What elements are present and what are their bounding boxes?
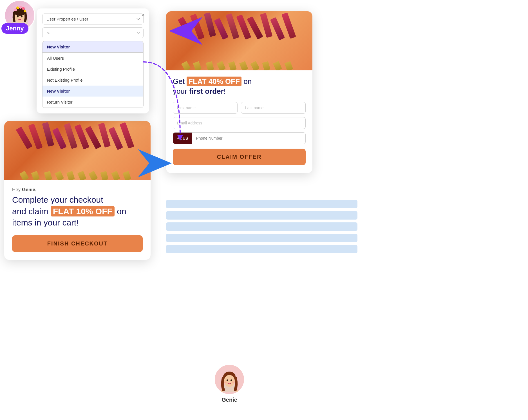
purple-solid-arrow (169, 17, 203, 45)
svg-point-7 (22, 7, 25, 10)
svg-rect-23 (166, 211, 357, 220)
visitor-dropdown-list: New Visitor All Users Existing Profile N… (42, 41, 144, 108)
svg-point-8 (24, 10, 26, 12)
svg-point-18 (227, 379, 228, 381)
svg-rect-24 (166, 222, 357, 231)
svg-point-21 (232, 381, 234, 383)
name-form-row (173, 102, 306, 114)
cart-popup: Hey Genie, Complete your checkout and cl… (4, 121, 151, 260)
close-button[interactable]: × (142, 12, 145, 17)
claim-offer-button[interactable]: CLAIM OFFER (173, 149, 306, 165)
offer-bold: first order (189, 87, 224, 95)
svg-rect-25 (166, 234, 357, 242)
offer-exclaim: ! (224, 87, 226, 95)
dropdown-item-new-visitor-top[interactable]: New Visitor (42, 41, 143, 53)
email-input[interactable] (173, 117, 306, 129)
genie-avatar: Genie (214, 364, 245, 403)
svg-point-10 (21, 15, 23, 17)
svg-marker-12 (169, 17, 203, 45)
hey-text: Hey (12, 187, 22, 192)
svg-point-5 (16, 6, 19, 9)
cart-hey-text: Hey Genie, (12, 187, 143, 193)
cart-title-line4: items in your cart! (12, 218, 79, 227)
svg-point-19 (231, 379, 232, 381)
hey-name: Genie, (22, 187, 37, 192)
dropdown-item-all-users[interactable]: All Users (42, 53, 143, 64)
cart-title-line2: and claim (12, 207, 51, 216)
svg-point-9 (17, 15, 19, 17)
phone-row: +1 US (173, 132, 306, 144)
genie-label: Genie (214, 397, 245, 403)
cart-title: Complete your checkout and claim FLAT 10… (12, 194, 143, 229)
svg-point-4 (14, 8, 17, 11)
finish-checkout-button[interactable]: FINISH CHECKOUT (12, 235, 143, 252)
blue-solid-arrow (138, 149, 172, 177)
dropdown-item-return-visitor[interactable]: Return Visitor (42, 97, 143, 108)
cart-highlight: FLAT 10% OFF (51, 206, 115, 216)
cart-hero-image (4, 121, 151, 180)
offer-highlight: FLAT 40% OFF (187, 77, 241, 86)
condition-select[interactable]: is (42, 27, 144, 38)
email-form-row (173, 117, 306, 129)
svg-point-17 (224, 375, 235, 387)
cart-popup-body: Hey Genie, Complete your checkout and cl… (4, 180, 151, 260)
dropdown-item-not-existing-profile[interactable]: Not Existing Profile (42, 75, 143, 86)
cart-title-line1: Complete your checkout (12, 195, 103, 204)
dropdown-item-new-visitor-selected[interactable]: New Visitor (42, 86, 143, 97)
offer-text-on: on (241, 77, 252, 86)
deco-blue-lines (166, 200, 363, 256)
phone-input[interactable] (192, 133, 305, 144)
svg-marker-13 (138, 149, 172, 177)
filter-panel: × User Properties / User is New Visitor … (37, 8, 149, 113)
jenny-label: Jenny (1, 23, 28, 34)
svg-point-20 (224, 381, 227, 383)
svg-marker-11 (177, 135, 183, 141)
svg-rect-22 (166, 200, 357, 208)
last-name-input[interactable] (241, 102, 306, 114)
genie-avatar-circle (214, 364, 245, 395)
svg-point-6 (19, 6, 22, 9)
purple-dashed-arrow (135, 56, 191, 141)
property-select[interactable]: User Properties / User (42, 14, 144, 24)
offer-title: Get FLAT 40% OFF on your first order! (173, 77, 306, 96)
jenny-avatar: Jenny (4, 0, 35, 31)
dropdown-item-existing-profile[interactable]: Existing Profile (42, 64, 143, 75)
cart-title-line3: on (115, 207, 126, 216)
svg-rect-26 (166, 245, 357, 253)
